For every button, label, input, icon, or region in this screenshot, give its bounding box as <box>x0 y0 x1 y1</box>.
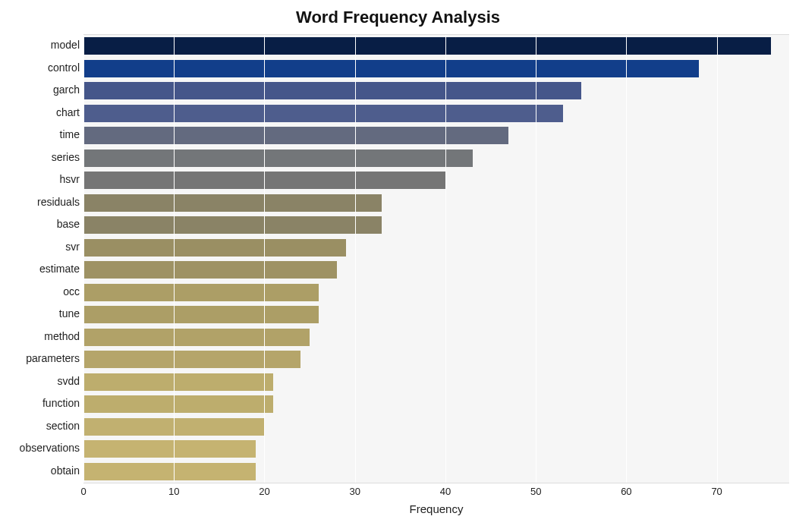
x-tick-label: 10 <box>168 486 179 497</box>
y-tick-label: garch <box>4 81 80 99</box>
grid-line <box>626 35 627 483</box>
bar <box>83 395 273 413</box>
x-tick-label: 20 <box>259 486 269 497</box>
y-tick-label: occ <box>4 283 80 301</box>
grid-line <box>355 35 356 483</box>
bar <box>83 239 346 257</box>
grid-line <box>264 35 265 483</box>
bar <box>83 105 563 122</box>
y-tick-label: hsvr <box>4 171 80 188</box>
x-tick-label: 40 <box>440 486 451 497</box>
bar <box>83 150 473 167</box>
plot-area <box>83 34 789 483</box>
y-tick-label: estimate <box>4 260 80 278</box>
bar <box>83 82 581 99</box>
bar <box>83 463 256 480</box>
x-tick-label: 50 <box>530 486 541 497</box>
chart-title: Word Frequency Analysis <box>0 8 796 27</box>
bar <box>83 194 382 212</box>
y-tick-label: function <box>4 395 80 412</box>
bars-layer <box>83 35 789 483</box>
bar <box>83 329 310 346</box>
x-tick-label: 70 <box>711 486 722 497</box>
x-tick-label: 60 <box>621 486 631 497</box>
y-tick-label: section <box>4 417 80 435</box>
y-tick-label: control <box>4 59 80 77</box>
x-axis-label: Frequency <box>83 502 789 515</box>
y-tick-label: residuals <box>4 194 80 211</box>
bar <box>83 37 771 55</box>
bar <box>83 216 382 234</box>
grid-line <box>445 35 446 483</box>
y-tick-label: model <box>4 36 80 54</box>
bar <box>83 261 337 279</box>
bar <box>83 60 699 77</box>
y-tick-label: svdd <box>4 373 80 390</box>
y-tick-label: tune <box>4 305 80 323</box>
grid-line <box>83 35 84 483</box>
bar <box>83 306 319 323</box>
grid-line <box>536 35 536 483</box>
y-tick-label: time <box>4 126 80 143</box>
x-tick-label: 30 <box>349 486 360 497</box>
bar <box>83 440 256 458</box>
y-tick-label: series <box>4 149 80 166</box>
y-tick-label: chart <box>4 104 80 121</box>
y-tick-label: method <box>4 328 80 345</box>
chart-container: Word Frequency Analysis Frequency 010203… <box>0 0 796 532</box>
x-tick-label: 0 <box>80 486 86 497</box>
bar <box>83 351 300 368</box>
y-tick-label: parameters <box>4 350 80 367</box>
grid-line <box>174 35 175 483</box>
y-tick-label: obtain <box>4 462 80 480</box>
bar <box>83 373 273 391</box>
grid-line <box>717 35 718 483</box>
y-tick-label: base <box>4 216 80 233</box>
y-tick-label: svr <box>4 238 80 256</box>
y-tick-label: observations <box>4 439 80 457</box>
bar <box>83 284 319 301</box>
